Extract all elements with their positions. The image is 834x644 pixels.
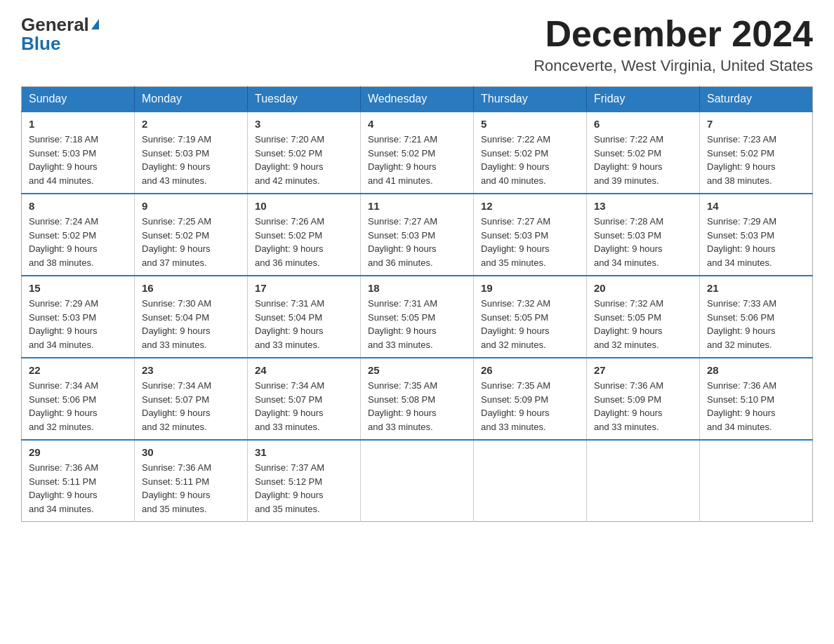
day-info: Sunrise: 7:29 AM Sunset: 5:03 PM Dayligh…	[707, 215, 805, 269]
day-info: Sunrise: 7:19 AM Sunset: 5:03 PM Dayligh…	[142, 133, 240, 187]
day-info: Sunrise: 7:22 AM Sunset: 5:02 PM Dayligh…	[594, 133, 692, 187]
calendar-cell: 24 Sunrise: 7:34 AM Sunset: 5:07 PM Dayl…	[248, 358, 361, 440]
day-info: Sunrise: 7:27 AM Sunset: 5:03 PM Dayligh…	[481, 215, 579, 269]
day-number: 11	[368, 200, 466, 212]
logo: General Blue	[21, 14, 99, 55]
col-wednesday: Wednesday	[361, 87, 474, 112]
week-row-1: 1 Sunrise: 7:18 AM Sunset: 5:03 PM Dayli…	[22, 112, 813, 194]
day-info: Sunrise: 7:24 AM Sunset: 5:02 PM Dayligh…	[29, 215, 127, 269]
calendar-cell	[361, 440, 474, 522]
calendar-cell: 4 Sunrise: 7:21 AM Sunset: 5:02 PM Dayli…	[361, 112, 474, 194]
calendar-cell: 25 Sunrise: 7:35 AM Sunset: 5:08 PM Dayl…	[361, 358, 474, 440]
day-info: Sunrise: 7:18 AM Sunset: 5:03 PM Dayligh…	[29, 133, 127, 187]
day-info: Sunrise: 7:29 AM Sunset: 5:03 PM Dayligh…	[29, 297, 127, 351]
calendar-cell: 29 Sunrise: 7:36 AM Sunset: 5:11 PM Dayl…	[22, 440, 135, 522]
day-number: 14	[707, 200, 805, 212]
day-number: 12	[481, 200, 579, 212]
day-info: Sunrise: 7:25 AM Sunset: 5:02 PM Dayligh…	[142, 215, 240, 269]
week-row-2: 8 Sunrise: 7:24 AM Sunset: 5:02 PM Dayli…	[22, 194, 813, 276]
col-friday: Friday	[587, 87, 700, 112]
title-area: December 2024 Ronceverte, West Virginia,…	[534, 14, 813, 75]
day-number: 27	[594, 364, 692, 376]
calendar-cell: 30 Sunrise: 7:36 AM Sunset: 5:11 PM Dayl…	[135, 440, 248, 522]
day-info: Sunrise: 7:23 AM Sunset: 5:02 PM Dayligh…	[707, 133, 805, 187]
calendar-cell: 7 Sunrise: 7:23 AM Sunset: 5:02 PM Dayli…	[700, 112, 813, 194]
week-row-4: 22 Sunrise: 7:34 AM Sunset: 5:06 PM Dayl…	[22, 358, 813, 440]
day-info: Sunrise: 7:28 AM Sunset: 5:03 PM Dayligh…	[594, 215, 692, 269]
day-info: Sunrise: 7:34 AM Sunset: 5:06 PM Dayligh…	[29, 379, 127, 434]
day-info: Sunrise: 7:32 AM Sunset: 5:05 PM Dayligh…	[481, 297, 579, 351]
col-thursday: Thursday	[474, 87, 587, 112]
day-info: Sunrise: 7:36 AM Sunset: 5:09 PM Dayligh…	[594, 379, 692, 434]
calendar-cell: 20 Sunrise: 7:32 AM Sunset: 5:05 PM Dayl…	[587, 276, 700, 358]
day-number: 15	[29, 282, 127, 294]
week-row-3: 15 Sunrise: 7:29 AM Sunset: 5:03 PM Dayl…	[22, 276, 813, 358]
day-number: 19	[481, 282, 579, 294]
col-sunday: Sunday	[22, 87, 135, 112]
day-info: Sunrise: 7:30 AM Sunset: 5:04 PM Dayligh…	[142, 297, 240, 351]
calendar-cell: 26 Sunrise: 7:35 AM Sunset: 5:09 PM Dayl…	[474, 358, 587, 440]
calendar-cell: 14 Sunrise: 7:29 AM Sunset: 5:03 PM Dayl…	[700, 194, 813, 276]
calendar-cell: 19 Sunrise: 7:32 AM Sunset: 5:05 PM Dayl…	[474, 276, 587, 358]
calendar-cell: 17 Sunrise: 7:31 AM Sunset: 5:04 PM Dayl…	[248, 276, 361, 358]
day-number: 31	[255, 446, 353, 458]
calendar-cell: 22 Sunrise: 7:34 AM Sunset: 5:06 PM Dayl…	[22, 358, 135, 440]
day-info: Sunrise: 7:20 AM Sunset: 5:02 PM Dayligh…	[255, 133, 353, 187]
month-year-title: December 2024	[534, 14, 813, 54]
day-number: 22	[29, 364, 127, 376]
calendar-cell: 10 Sunrise: 7:26 AM Sunset: 5:02 PM Dayl…	[248, 194, 361, 276]
day-info: Sunrise: 7:26 AM Sunset: 5:02 PM Dayligh…	[255, 215, 353, 269]
day-info: Sunrise: 7:21 AM Sunset: 5:02 PM Dayligh…	[368, 133, 466, 187]
calendar-cell: 15 Sunrise: 7:29 AM Sunset: 5:03 PM Dayl…	[22, 276, 135, 358]
day-number: 21	[707, 282, 805, 294]
day-info: Sunrise: 7:27 AM Sunset: 5:03 PM Dayligh…	[368, 215, 466, 269]
location-subtitle: Ronceverte, West Virginia, United States	[534, 57, 813, 75]
day-info: Sunrise: 7:31 AM Sunset: 5:04 PM Dayligh…	[255, 297, 353, 351]
calendar-cell: 9 Sunrise: 7:25 AM Sunset: 5:02 PM Dayli…	[135, 194, 248, 276]
day-number: 2	[142, 118, 240, 130]
calendar-cell: 5 Sunrise: 7:22 AM Sunset: 5:02 PM Dayli…	[474, 112, 587, 194]
day-number: 26	[481, 364, 579, 376]
day-info: Sunrise: 7:36 AM Sunset: 5:11 PM Dayligh…	[29, 461, 127, 516]
day-info: Sunrise: 7:36 AM Sunset: 5:10 PM Dayligh…	[707, 379, 805, 434]
day-info: Sunrise: 7:31 AM Sunset: 5:05 PM Dayligh…	[368, 297, 466, 351]
calendar-body: 1 Sunrise: 7:18 AM Sunset: 5:03 PM Dayli…	[22, 112, 813, 522]
calendar-cell: 18 Sunrise: 7:31 AM Sunset: 5:05 PM Dayl…	[361, 276, 474, 358]
day-number: 29	[29, 446, 127, 458]
calendar-cell: 23 Sunrise: 7:34 AM Sunset: 5:07 PM Dayl…	[135, 358, 248, 440]
day-info: Sunrise: 7:37 AM Sunset: 5:12 PM Dayligh…	[255, 461, 353, 516]
calendar-cell: 1 Sunrise: 7:18 AM Sunset: 5:03 PM Dayli…	[22, 112, 135, 194]
calendar-cell: 11 Sunrise: 7:27 AM Sunset: 5:03 PM Dayl…	[361, 194, 474, 276]
day-info: Sunrise: 7:33 AM Sunset: 5:06 PM Dayligh…	[707, 297, 805, 351]
day-info: Sunrise: 7:35 AM Sunset: 5:09 PM Dayligh…	[481, 379, 579, 434]
calendar-header: Sunday Monday Tuesday Wednesday Thursday…	[22, 87, 813, 112]
day-info: Sunrise: 7:22 AM Sunset: 5:02 PM Dayligh…	[481, 133, 579, 187]
day-number: 25	[368, 364, 466, 376]
calendar-cell	[474, 440, 587, 522]
day-number: 3	[255, 118, 353, 130]
day-number: 5	[481, 118, 579, 130]
day-number: 10	[255, 200, 353, 212]
page-header: General Blue December 2024 Ronceverte, W…	[21, 14, 813, 75]
calendar-cell: 2 Sunrise: 7:19 AM Sunset: 5:03 PM Dayli…	[135, 112, 248, 194]
day-info: Sunrise: 7:32 AM Sunset: 5:05 PM Dayligh…	[594, 297, 692, 351]
col-saturday: Saturday	[700, 87, 813, 112]
day-info: Sunrise: 7:36 AM Sunset: 5:11 PM Dayligh…	[142, 461, 240, 516]
day-number: 20	[594, 282, 692, 294]
day-number: 16	[142, 282, 240, 294]
calendar-cell: 16 Sunrise: 7:30 AM Sunset: 5:04 PM Dayl…	[135, 276, 248, 358]
calendar-cell: 8 Sunrise: 7:24 AM Sunset: 5:02 PM Dayli…	[22, 194, 135, 276]
calendar-cell	[700, 440, 813, 522]
calendar-cell: 3 Sunrise: 7:20 AM Sunset: 5:02 PM Dayli…	[248, 112, 361, 194]
day-number: 8	[29, 200, 127, 212]
calendar-cell: 12 Sunrise: 7:27 AM Sunset: 5:03 PM Dayl…	[474, 194, 587, 276]
week-row-5: 29 Sunrise: 7:36 AM Sunset: 5:11 PM Dayl…	[22, 440, 813, 522]
calendar-cell: 13 Sunrise: 7:28 AM Sunset: 5:03 PM Dayl…	[587, 194, 700, 276]
calendar-table: Sunday Monday Tuesday Wednesday Thursday…	[21, 86, 813, 522]
day-info: Sunrise: 7:34 AM Sunset: 5:07 PM Dayligh…	[142, 379, 240, 434]
calendar-cell: 31 Sunrise: 7:37 AM Sunset: 5:12 PM Dayl…	[248, 440, 361, 522]
calendar-cell: 27 Sunrise: 7:36 AM Sunset: 5:09 PM Dayl…	[587, 358, 700, 440]
header-row: Sunday Monday Tuesday Wednesday Thursday…	[22, 87, 813, 112]
logo-text-blue: Blue	[21, 33, 60, 55]
day-number: 28	[707, 364, 805, 376]
